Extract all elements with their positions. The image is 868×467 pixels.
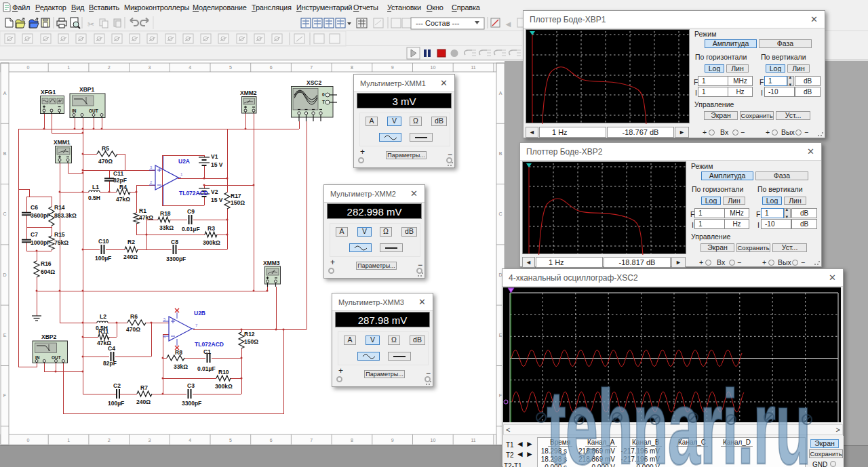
svg-text:E: E (3, 333, 7, 338)
svg-text:11: 11 (471, 438, 475, 443)
svg-text:R11: R11 (98, 328, 108, 335)
svg-text:3600pF: 3600pF (31, 212, 50, 219)
svg-text:R18: R18 (160, 210, 171, 217)
svg-text:IN: IN (35, 355, 40, 360)
svg-text:XMM2: XMM2 (240, 89, 257, 96)
svg-text:C6: C6 (31, 204, 38, 211)
svg-text:C8: C8 (171, 239, 178, 245)
svg-text:15 V: 15 V (211, 161, 223, 168)
svg-text:IN: IN (72, 108, 77, 113)
svg-text:C9: C9 (187, 208, 195, 215)
svg-text:470Ω: 470Ω (126, 326, 140, 333)
svg-text:L2: L2 (100, 313, 106, 320)
svg-text:0: 0 (26, 438, 29, 443)
svg-text:82pF: 82pF (113, 177, 127, 184)
svg-text:XFG1: XFG1 (41, 89, 56, 96)
svg-text:150Ω: 150Ω (231, 199, 245, 206)
svg-text:XBP1: XBP1 (79, 86, 94, 93)
svg-text:3: 3 (149, 65, 151, 70)
svg-text:--- Состав ---: --- Состав --- (416, 19, 460, 27)
svg-text:4: 4 (189, 438, 191, 443)
svg-text:0: 0 (322, 92, 325, 97)
svg-text:OUT: OUT (52, 355, 61, 360)
svg-text:6: 6 (270, 438, 273, 443)
svg-text:100µF: 100µF (108, 400, 124, 407)
svg-text:C10: C10 (98, 238, 109, 245)
svg-text:F: F (3, 393, 6, 398)
svg-text:XMM1: XMM1 (54, 139, 71, 146)
svg-text:R4: R4 (119, 184, 127, 190)
svg-text:33kΩ: 33kΩ (174, 363, 188, 370)
svg-text:2: 2 (108, 438, 111, 443)
svg-text:C2: C2 (113, 382, 121, 389)
svg-text:10: 10 (431, 65, 436, 70)
svg-text:0.01µF: 0.01µF (182, 226, 200, 232)
svg-text:C11: C11 (113, 170, 123, 177)
svg-text:D: D (3, 272, 6, 277)
svg-text:V2: V2 (211, 188, 218, 195)
svg-text:9: 9 (391, 65, 394, 70)
svg-text:A: A (499, 91, 502, 96)
svg-text:6: 6 (270, 65, 273, 70)
svg-text:1000pF: 1000pF (31, 239, 50, 246)
svg-text:OUT: OUT (89, 108, 98, 113)
svg-text:C: C (3, 211, 6, 216)
svg-text:✂: ✂ (87, 20, 94, 29)
svg-text:◄: ◄ (504, 19, 513, 29)
svg-text:7: 7 (310, 65, 313, 70)
svg-text:470Ω: 470Ω (98, 158, 113, 165)
svg-text:C: C (498, 211, 502, 216)
svg-text:R17: R17 (231, 192, 241, 199)
svg-text:75kΩ: 75kΩ (54, 239, 68, 246)
svg-text:L1: L1 (92, 184, 99, 190)
svg-text:U2A: U2A (178, 158, 190, 165)
svg-text:R3: R3 (208, 225, 215, 232)
svg-text:0.01µF: 0.01µF (197, 365, 216, 372)
svg-text:C3: C3 (187, 382, 195, 389)
svg-text:15 V: 15 V (211, 197, 223, 203)
svg-text:0.5H: 0.5H (88, 195, 100, 201)
svg-text:R1: R1 (139, 207, 146, 214)
svg-text:7: 7 (310, 438, 313, 443)
svg-text:8: 8 (351, 65, 353, 70)
svg-text:B: B (499, 151, 502, 156)
svg-text:47kΩ: 47kΩ (116, 196, 130, 203)
svg-text:C1: C1 (203, 348, 211, 355)
svg-text:1: 1 (67, 438, 70, 443)
svg-text:1: 1 (67, 65, 70, 70)
svg-text:XSC2: XSC2 (307, 79, 321, 86)
svg-text:11: 11 (471, 65, 475, 70)
svg-text:R8: R8 (175, 349, 182, 356)
svg-text:150Ω: 150Ω (244, 338, 258, 345)
svg-text:3300pF: 3300pF (182, 400, 201, 407)
svg-text:R5: R5 (102, 145, 109, 152)
svg-text:C4: C4 (108, 345, 115, 352)
svg-text:TL072ACD: TL072ACD (195, 341, 224, 348)
svg-text:R15: R15 (54, 231, 65, 238)
svg-text:47kΩ: 47kΩ (139, 214, 153, 221)
svg-text:5: 5 (229, 65, 232, 70)
svg-text:240Ω: 240Ω (123, 253, 138, 260)
svg-text:R12: R12 (244, 331, 255, 338)
svg-text:8: 8 (351, 438, 353, 443)
svg-text:T: T (322, 100, 325, 104)
svg-text:R16: R16 (41, 260, 52, 267)
svg-text:R6: R6 (130, 313, 138, 320)
svg-text:604Ω: 604Ω (41, 268, 55, 275)
svg-text:XMM3: XMM3 (263, 260, 280, 266)
svg-text:2: 2 (108, 65, 111, 70)
svg-text:300kΩ: 300kΩ (215, 383, 233, 390)
svg-text:XBP2: XBP2 (41, 333, 56, 340)
svg-text:33kΩ: 33kΩ (159, 224, 174, 231)
svg-text:U2B: U2B (194, 310, 205, 317)
svg-text:R10: R10 (218, 369, 229, 375)
svg-text:R7: R7 (140, 384, 148, 391)
svg-text:10: 10 (431, 438, 436, 443)
svg-text:240Ω: 240Ω (136, 399, 151, 405)
svg-text:R14: R14 (54, 204, 65, 211)
svg-text:4: 4 (189, 65, 191, 70)
svg-text:TL072ACD: TL072ACD (179, 190, 208, 197)
svg-text:100µF: 100µF (95, 255, 111, 262)
svg-text:9: 9 (391, 438, 394, 443)
svg-text:V1: V1 (211, 153, 218, 160)
